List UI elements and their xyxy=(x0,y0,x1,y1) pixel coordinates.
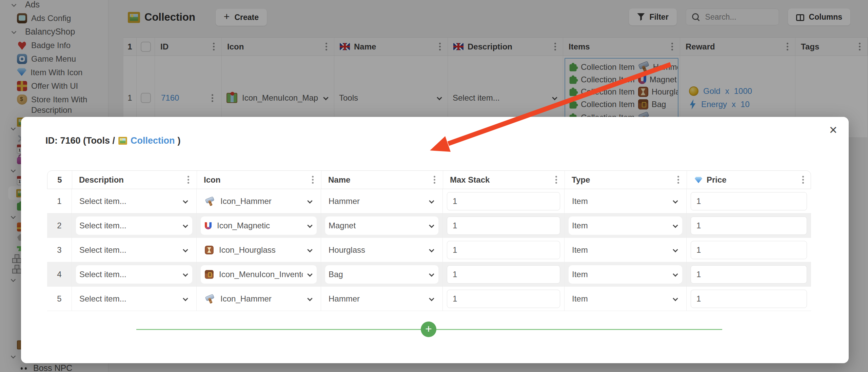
icon-cell: Icon_Hammer xyxy=(197,287,321,311)
column-menu-icon[interactable] xyxy=(677,176,679,178)
column-header[interactable]: Name xyxy=(321,171,443,189)
max-stack-cell xyxy=(443,287,565,311)
column-menu-icon[interactable] xyxy=(188,176,189,178)
column-header[interactable]: Max Stack xyxy=(443,171,565,189)
price-input[interactable] xyxy=(691,241,807,259)
framed-picture-icon xyxy=(118,137,127,145)
chevron-down-icon xyxy=(307,271,313,277)
icon-select[interactable]: Icon_MenuIcon_Inventory xyxy=(201,265,317,284)
price-input[interactable] xyxy=(691,192,807,210)
modal-title: ID: 7160 (Tools / Collection ) xyxy=(45,136,181,146)
modal-table-row: 3 Select item... Icon_Hourglass xyxy=(47,238,811,262)
name-select[interactable]: Hammer xyxy=(325,290,438,308)
name-select[interactable]: Bag xyxy=(325,265,438,284)
chevron-down-icon xyxy=(429,198,434,204)
icon-select[interactable]: Icon_Magnetic xyxy=(201,216,317,235)
type-select[interactable]: Item xyxy=(569,290,682,308)
column-header[interactable]: Description xyxy=(72,171,197,189)
column-header[interactable]: Type xyxy=(565,171,687,189)
chevron-down-icon xyxy=(429,247,434,252)
max-stack-input[interactable] xyxy=(447,216,560,235)
chevron-down-icon xyxy=(183,223,188,228)
row-number: 5 xyxy=(47,287,72,311)
chevron-down-icon xyxy=(673,223,678,228)
price-cell xyxy=(687,189,811,213)
max-stack-input[interactable] xyxy=(447,241,560,259)
chevron-down-icon xyxy=(183,296,188,301)
name-cell: Hammer xyxy=(321,189,443,213)
max-stack-cell xyxy=(443,238,565,262)
modal-items-table: 5 Description Icon Name Max Stack xyxy=(47,170,811,311)
name-select-value: Hammer xyxy=(329,294,425,304)
description-select[interactable]: Select item... xyxy=(76,192,192,210)
name-cell: Hammer xyxy=(321,287,443,311)
row-number: 2 xyxy=(47,213,72,238)
collection-link[interactable]: Collection xyxy=(131,136,175,146)
column-menu-icon[interactable] xyxy=(434,176,435,178)
price-input[interactable] xyxy=(691,290,807,308)
column-header-label: Name xyxy=(328,175,434,185)
icon-select[interactable]: Icon_Hourglass xyxy=(201,241,317,259)
max-stack-input[interactable] xyxy=(447,192,560,210)
column-menu-icon[interactable] xyxy=(312,176,314,178)
name-select[interactable]: Hammer xyxy=(325,192,438,210)
column-header[interactable]: Icon xyxy=(197,171,321,189)
type-select[interactable]: Item xyxy=(569,192,682,210)
description-select[interactable]: Select item... xyxy=(76,265,192,284)
chevron-down-icon xyxy=(307,223,313,228)
name-cell: Magnet xyxy=(321,213,443,238)
type-select[interactable]: Item xyxy=(569,265,682,284)
price-input[interactable] xyxy=(691,265,807,284)
collection-detail-modal: × ID: 7160 (Tools / Collection ) 5 Descr… xyxy=(21,117,849,363)
modal-title-suffix: ) xyxy=(178,136,181,146)
type-select[interactable]: Item xyxy=(569,216,682,235)
name-select-value: Magnet xyxy=(329,221,425,230)
modal-table-row: 1 Select item... Icon_Hammer xyxy=(47,189,811,213)
chevron-down-icon xyxy=(183,198,188,204)
column-header-label: Max Stack xyxy=(450,175,555,185)
column-header-label: Description xyxy=(79,175,188,185)
modal-row-count: 5 xyxy=(47,171,72,189)
description-select[interactable]: Select item... xyxy=(76,216,192,235)
price-cell xyxy=(687,287,811,311)
icon-cell: Icon_Hourglass xyxy=(197,238,321,262)
hourglass-icon xyxy=(205,246,214,254)
magnet-icon xyxy=(205,222,212,229)
column-header-label: Icon xyxy=(204,175,312,185)
type-select[interactable]: Item xyxy=(569,241,682,259)
icon-select-value: Icon_Hammer xyxy=(220,197,303,206)
modal-table-row: 2 Select item... Icon_Magnetic xyxy=(47,213,811,238)
price-input[interactable] xyxy=(691,216,807,235)
type-cell: Item xyxy=(565,287,687,311)
icon-select-value: Icon_Hourglass xyxy=(219,245,303,255)
price-cell xyxy=(687,262,811,287)
close-icon[interactable]: × xyxy=(829,123,837,137)
max-stack-input[interactable] xyxy=(447,265,560,284)
max-stack-input[interactable] xyxy=(447,290,560,308)
column-header-label: Type xyxy=(572,175,677,185)
type-select-value: Item xyxy=(572,197,668,206)
type-select-value: Item xyxy=(572,245,668,255)
add-row-button[interactable]: + xyxy=(421,322,436,337)
name-select[interactable]: Hourglass xyxy=(325,241,438,259)
chevron-down-icon xyxy=(673,198,678,204)
column-menu-icon[interactable] xyxy=(555,176,557,178)
icon-select[interactable]: Icon_Hammer xyxy=(201,192,317,210)
hammer-icon xyxy=(205,197,215,206)
type-select-value: Item xyxy=(572,294,668,304)
max-stack-cell xyxy=(443,262,565,287)
column-menu-icon[interactable] xyxy=(802,176,804,178)
description-select[interactable]: Select item... xyxy=(76,241,192,259)
price-cell xyxy=(687,213,811,238)
type-cell: Item xyxy=(565,262,687,287)
name-select[interactable]: Magnet xyxy=(325,216,438,235)
column-header[interactable]: Price xyxy=(687,171,811,189)
modal-table-row: 5 Select item... Icon_Hammer xyxy=(47,287,811,311)
icon-cell: Icon_Hammer xyxy=(197,189,321,213)
icon-select-value: Icon_MenuIcon_Inventory xyxy=(219,270,303,279)
description-select-placeholder: Select item... xyxy=(79,221,178,230)
type-select-value: Item xyxy=(572,270,668,279)
type-select-value: Item xyxy=(572,221,668,230)
description-select[interactable]: Select item... xyxy=(76,290,192,308)
icon-select[interactable]: Icon_Hammer xyxy=(201,290,317,308)
